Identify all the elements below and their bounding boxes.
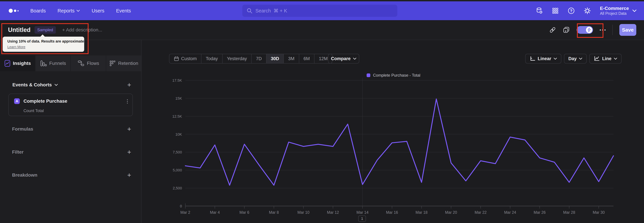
linear-scale-icon — [530, 56, 535, 61]
chevron-down-icon — [579, 58, 582, 60]
tab-flows[interactable]: Flows — [70, 55, 106, 71]
tooltip-arrow — [40, 34, 45, 37]
project-scope: All Project Data — [600, 11, 629, 16]
chevron-down-icon — [614, 58, 617, 60]
tab-retention[interactable]: Retention — [106, 55, 141, 71]
range-yesterday[interactable]: Yesterday — [222, 54, 251, 63]
interval-dropdown[interactable]: Day — [564, 54, 587, 64]
range-7d[interactable]: 7D — [251, 54, 266, 63]
search-input[interactable] — [256, 8, 393, 14]
funnels-icon — [40, 60, 47, 67]
add-breakdown-button[interactable]: + — [127, 172, 131, 178]
legend-label: Complete Purchase - Total — [373, 73, 420, 78]
formulas-section: Formulas + — [12, 124, 131, 134]
filter-label: Filter — [12, 149, 24, 155]
chart-type-dropdown[interactable]: Line — [589, 54, 622, 64]
pagination-page-1[interactable]: 1 — [358, 215, 366, 222]
project-name: E-Commerce — [600, 6, 629, 11]
range-today[interactable]: Today — [201, 54, 222, 63]
event-menu-button[interactable] — [127, 99, 128, 103]
event-letter-badge: A — [14, 98, 20, 104]
formulas-label: Formulas — [12, 126, 33, 132]
more-options-button[interactable] — [600, 29, 606, 31]
breakdown-section: Breakdown + — [12, 170, 131, 180]
report-type-tabs: Insights Funnels Flows Retention — [0, 55, 141, 71]
line-chart-icon — [594, 56, 600, 61]
range-6m[interactable]: 6M — [299, 54, 314, 63]
query-builder-sidebar: Insights Funnels Flows Retention Events … — [0, 40, 142, 223]
copy-link-icon[interactable] — [549, 26, 556, 33]
tab-insights[interactable]: Insights — [0, 55, 35, 71]
chevron-down-icon — [54, 84, 58, 86]
header-divider — [612, 25, 613, 35]
range-custom[interactable]: Custom — [170, 54, 201, 63]
add-to-board-icon[interactable] — [563, 26, 570, 33]
chevron-down-icon — [353, 58, 356, 60]
chevron-down-icon — [554, 58, 557, 60]
toggle-knob — [586, 27, 592, 33]
events-cohorts-header: Events & Cohorts + — [12, 81, 131, 88]
chart-legend[interactable]: Complete Purchase - Total — [366, 73, 420, 78]
window-top-strip — [0, 0, 644, 1]
svg-text:?: ? — [570, 9, 572, 13]
range-30d[interactable]: 30D — [266, 54, 284, 63]
report-title[interactable]: Untitled — [8, 26, 30, 33]
sampling-toggle[interactable] — [576, 26, 593, 34]
event-name[interactable]: Complete Purchase — [24, 98, 67, 104]
add-formula-button[interactable]: + — [127, 126, 131, 133]
date-range-control: Custom Today Yesterday 7D 30D 3M 6M 12M — [169, 54, 332, 64]
save-button[interactable]: Save — [619, 24, 636, 36]
lightning-bolt-icon — [588, 28, 591, 32]
tab-funnels[interactable]: Funnels — [35, 55, 70, 71]
apps-grid-icon[interactable] — [552, 8, 559, 14]
settings-gear-icon[interactable] — [584, 7, 591, 14]
events-cohorts-label[interactable]: Events & Cohorts — [12, 82, 58, 87]
event-metric[interactable]: Count Total — [24, 108, 44, 113]
chart-panel: Custom Today Yesterday 7D 30D 3M 6M 12M … — [142, 40, 644, 223]
search-icon — [247, 8, 252, 14]
learn-more-link[interactable]: Learn More — [8, 45, 25, 49]
flows-icon — [78, 60, 84, 67]
breakdown-label: Breakdown — [12, 172, 38, 178]
add-filter-button[interactable]: + — [127, 149, 131, 155]
chevron-down-icon — [632, 10, 636, 12]
nav-item-boards[interactable]: Boards — [30, 8, 46, 14]
help-icon[interactable]: ? — [568, 7, 575, 14]
legend-swatch — [366, 73, 370, 77]
nav-item-users[interactable]: Users — [92, 8, 104, 14]
global-search[interactable] — [242, 5, 397, 17]
project-selector[interactable]: E-Commerce All Project Data — [600, 6, 636, 16]
insights-report-page: { "navbar": { "items": ["Boards", "Repor… — [0, 0, 644, 223]
data-management-icon[interactable] — [536, 7, 543, 14]
add-description-button[interactable]: + Add description... — [62, 27, 102, 33]
top-navbar: Boards Reports Users Events ? E-Commerce… — [0, 1, 644, 20]
calendar-icon — [174, 56, 179, 61]
sampling-tooltip: Using 10% of data. Results are approxima… — [3, 37, 84, 52]
nav-item-reports[interactable]: Reports — [58, 8, 80, 14]
tooltip-text: Using 10% of data. Results are approxima… — [8, 39, 84, 44]
sampled-badge[interactable]: Sampled — [34, 26, 56, 34]
scale-dropdown[interactable]: Linear — [525, 54, 561, 64]
report-header: Untitled Sampled + Add description... Sa… — [0, 20, 644, 40]
mixpanel-logo-icon[interactable] — [9, 9, 18, 13]
range-3m[interactable]: 3M — [284, 54, 299, 63]
insights-icon — [4, 60, 10, 67]
event-card[interactable]: A Complete Purchase Count Total — [8, 94, 133, 116]
add-event-button[interactable]: + — [127, 81, 131, 88]
chevron-down-icon — [76, 10, 80, 12]
filter-section: Filter + — [12, 147, 131, 157]
retention-icon — [109, 60, 116, 67]
compare-button[interactable]: Compare — [328, 54, 359, 64]
nav-item-events[interactable]: Events — [116, 8, 131, 14]
